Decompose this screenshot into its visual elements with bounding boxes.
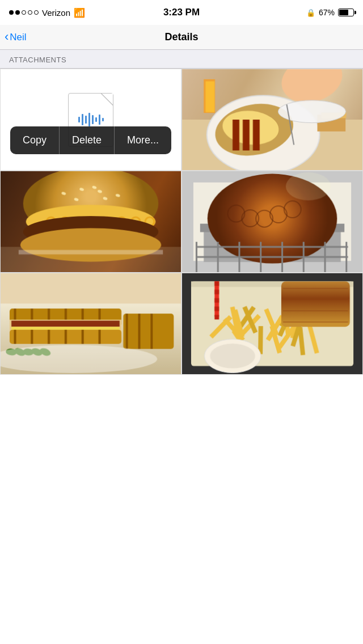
attachment-food-cell-2[interactable] [0, 171, 182, 273]
nav-bar: ‹ Neil Details [0, 25, 363, 50]
delete-menu-item[interactable]: Delete [60, 126, 114, 154]
food-image-fries [182, 273, 362, 374]
battery-indicator [338, 9, 354, 16]
svg-rect-1 [82, 114, 83, 125]
food-image-restaurant [182, 69, 362, 170]
food-image-panini [1, 273, 181, 374]
svg-rect-4 [92, 115, 94, 124]
food-image-roast [182, 171, 362, 272]
back-button[interactable]: ‹ Neil [5, 32, 27, 43]
wifi-icon: 📶 [74, 7, 85, 18]
signal-dot-4 [28, 10, 32, 15]
signal-strength [9, 10, 39, 15]
signal-dot-5 [34, 10, 39, 15]
svg-rect-2 [85, 116, 87, 124]
svg-rect-0 [78, 117, 80, 122]
status-left: Verizon 📶 [9, 7, 85, 18]
context-menu[interactable]: Copy Delete More... [10, 126, 171, 154]
battery-fill [339, 10, 348, 15]
svg-rect-5 [95, 117, 97, 122]
svg-rect-6 [99, 115, 100, 125]
signal-dot-2 [15, 10, 20, 15]
status-time: 3:23 PM [163, 7, 200, 18]
attachments-grid: Copy Delete More... [0, 69, 363, 477]
attachment-food-cell-5[interactable] [182, 273, 363, 375]
attachment-food-cell-4[interactable] [0, 273, 182, 375]
more-menu-item[interactable]: More... [115, 126, 171, 154]
carrier-label: Verizon [42, 8, 70, 18]
attachment-food-cell-1[interactable] [182, 69, 363, 171]
food-image-mac-burger [1, 171, 181, 272]
svg-rect-7 [102, 118, 104, 121]
status-right: 🔒 67% [306, 8, 354, 17]
battery-percent: 67% [319, 8, 335, 17]
back-arrow-icon: ‹ [5, 31, 9, 43]
page-title: Details [164, 31, 198, 43]
attachments-label: ATTACHMENTS [9, 56, 66, 64]
signal-dot-1 [9, 10, 14, 15]
signal-dot-3 [22, 10, 26, 15]
lock-icon: 🔒 [306, 9, 315, 17]
back-label: Neil [10, 32, 26, 43]
attachments-section-header: ATTACHMENTS [0, 50, 363, 69]
attachment-food-cell-3[interactable] [182, 171, 363, 273]
svg-rect-3 [88, 113, 90, 126]
battery-body [338, 9, 354, 16]
waveform-icon [77, 111, 105, 128]
status-bar: Verizon 📶 3:23 PM 🔒 67% [0, 0, 363, 25]
attachment-audio-cell[interactable]: Copy Delete More... [0, 69, 182, 171]
copy-menu-item[interactable]: Copy [10, 126, 59, 154]
